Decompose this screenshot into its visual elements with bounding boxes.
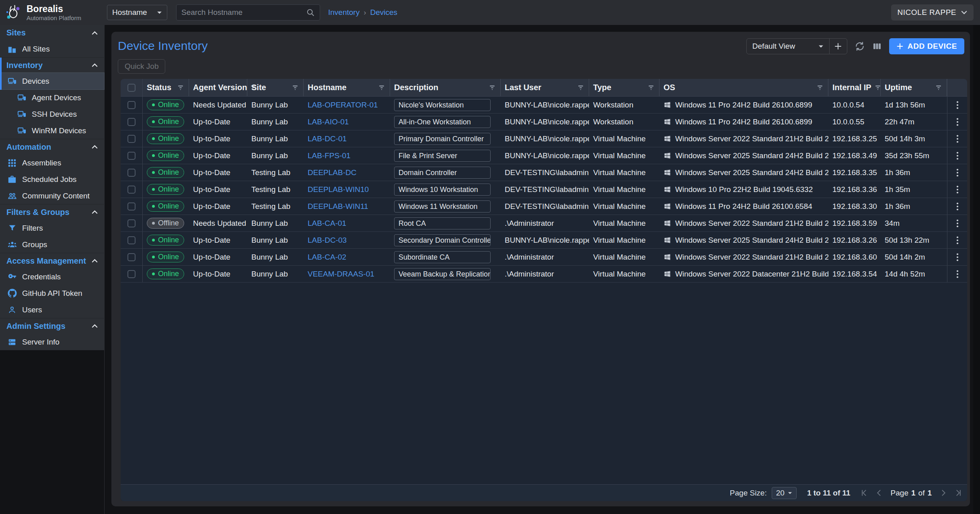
sidebar-section-sites[interactable]: Sites <box>0 25 104 41</box>
column-header-internal_ip[interactable]: Internal IP <box>828 79 881 96</box>
breadcrumb-inventory[interactable]: Inventory <box>328 8 360 17</box>
filter-icon[interactable] <box>292 85 298 91</box>
hostname-link[interactable]: DEEPLAB-WIN11 <box>308 202 368 211</box>
hostname-link[interactable]: LAB-CA-01 <box>308 219 346 228</box>
breadcrumb-devices[interactable]: Devices <box>370 8 397 17</box>
sidebar-item-filters[interactable]: Filters <box>0 220 104 236</box>
hostname-link[interactable]: LAB-OPERATOR-01 <box>308 101 378 109</box>
sidebar-section-automation[interactable]: Automation <box>0 139 104 155</box>
hostname-link[interactable]: DEEPLAB-DC <box>308 168 356 177</box>
filter-icon[interactable] <box>577 85 584 91</box>
sidebar-item-server-info[interactable]: Server Info <box>0 334 104 350</box>
search-input[interactable]: Search Hostname <box>176 4 320 21</box>
next-page-icon[interactable] <box>940 489 947 496</box>
filter-icon[interactable] <box>648 85 654 91</box>
description-field[interactable]: Domain Controller <box>394 167 491 179</box>
row-actions-kebab-icon[interactable] <box>956 235 959 245</box>
add-view-button[interactable] <box>829 39 847 54</box>
sidebar-item-agent-devices[interactable]: Agent Devices <box>0 89 104 106</box>
sidebar-item-github-api-token[interactable]: GitHub API Token <box>0 285 104 301</box>
column-header-site[interactable]: Site <box>247 79 304 96</box>
column-header-status[interactable]: Status <box>143 79 189 96</box>
filter-icon[interactable] <box>875 85 881 91</box>
sidebar-item-community-content[interactable]: Community Content <box>0 188 104 204</box>
description-field[interactable]: All-in-One Workstation <box>394 116 491 128</box>
view-selector[interactable]: Default View <box>747 39 829 54</box>
row-checkbox[interactable] <box>127 186 136 194</box>
sidebar-item-all-sites[interactable]: All Sites <box>0 41 104 57</box>
row-checkbox[interactable] <box>127 101 136 109</box>
search-field-selector[interactable]: Hostname <box>107 5 167 20</box>
row-actions-kebab-icon[interactable] <box>956 269 959 279</box>
row-actions-kebab-icon[interactable] <box>956 151 959 161</box>
user-menu-button[interactable]: NICOLE RAPPE <box>891 4 974 21</box>
row-actions-kebab-icon[interactable] <box>956 100 959 110</box>
hostname-link[interactable]: DEEPLAB-WIN10 <box>308 185 369 194</box>
first-page-icon[interactable] <box>861 489 868 496</box>
sidebar-section-access-management[interactable]: Access Management <box>0 253 104 268</box>
sidebar-item-assemblies[interactable]: Assemblies <box>0 155 104 171</box>
description-field[interactable]: Windows 10 Workstation <box>394 184 491 196</box>
column-header-os[interactable]: OS <box>659 79 828 96</box>
description-field[interactable]: Veeam Backup & Replication Ser ... <box>394 268 491 280</box>
sidebar-item-winrm-devices[interactable]: WinRM Devices <box>0 122 104 139</box>
row-checkbox[interactable] <box>127 236 136 244</box>
description-field[interactable]: Root CA <box>394 217 491 229</box>
sidebar-section-admin-settings[interactable]: Admin Settings <box>0 318 104 334</box>
sidebar-item-groups[interactable]: Groups <box>0 236 104 253</box>
row-checkbox[interactable] <box>127 219 136 227</box>
row-actions-kebab-icon[interactable] <box>956 185 959 194</box>
hostname-link[interactable]: LAB-CA-02 <box>308 253 346 262</box>
row-actions-kebab-icon[interactable] <box>956 252 959 262</box>
row-actions-kebab-icon[interactable] <box>956 168 959 178</box>
row-actions-kebab-icon[interactable] <box>956 117 959 127</box>
sidebar-item-ssh-devices[interactable]: SSH Devices <box>0 106 104 122</box>
filter-icon[interactable] <box>177 85 184 91</box>
column-header-hostname[interactable]: Hostname <box>304 79 390 96</box>
filter-icon[interactable] <box>489 85 495 91</box>
quick-job-button[interactable]: Quick Job <box>118 59 165 74</box>
filter-icon[interactable] <box>378 85 385 91</box>
column-settings-icon[interactable] <box>872 41 882 51</box>
sidebar-section-filters-groups[interactable]: Filters & Groups <box>0 204 104 220</box>
row-checkbox[interactable] <box>127 202 136 211</box>
description-field[interactable]: Primary Domain Controller <box>394 133 491 145</box>
hostname-link[interactable]: LAB-DC-03 <box>308 236 347 245</box>
description-field[interactable]: File & Print Server <box>394 150 491 162</box>
add-device-button[interactable]: ADD DEVICE <box>889 38 964 54</box>
row-actions-kebab-icon[interactable] <box>956 134 959 144</box>
row-checkbox[interactable] <box>127 135 136 143</box>
row-checkbox[interactable] <box>127 270 136 278</box>
sidebar-item-credentials[interactable]: Credentials <box>0 268 104 285</box>
column-header-last_user[interactable]: Last User <box>501 79 589 96</box>
search-icon[interactable] <box>306 8 315 17</box>
hostname-link[interactable]: LAB-FPS-01 <box>308 151 351 160</box>
row-checkbox[interactable] <box>127 118 136 126</box>
description-field[interactable]: Nicole's Workstation <box>394 99 491 111</box>
refresh-icon[interactable] <box>855 41 865 52</box>
column-header-description[interactable]: Description <box>390 79 501 96</box>
hostname-link[interactable]: LAB-AIO-01 <box>308 118 349 126</box>
row-actions-kebab-icon[interactable] <box>956 202 959 211</box>
last-page-icon[interactable] <box>955 489 962 496</box>
filter-icon[interactable] <box>817 85 823 91</box>
column-header-agent_version[interactable]: Agent Version <box>189 79 247 96</box>
row-checkbox[interactable] <box>127 152 136 160</box>
hostname-link[interactable]: LAB-DC-01 <box>308 134 347 143</box>
description-field[interactable]: Secondary Domain Controller <box>394 234 491 246</box>
previous-page-icon[interactable] <box>876 489 883 496</box>
column-header-uptime[interactable]: Uptime <box>881 79 947 96</box>
sidebar-section-inventory[interactable]: Inventory <box>0 57 104 73</box>
row-checkbox[interactable] <box>127 169 136 177</box>
page-size-select[interactable]: 20 <box>772 487 797 499</box>
sidebar-item-scheduled-jobs[interactable]: Scheduled Jobs <box>0 171 104 188</box>
page-scrollbar-gutter[interactable] <box>973 25 980 514</box>
row-actions-kebab-icon[interactable] <box>956 219 959 228</box>
column-header-type[interactable]: Type <box>589 79 659 96</box>
sidebar-item-users[interactable]: Users <box>0 301 104 318</box>
description-field[interactable]: Subordinate CA <box>394 251 491 263</box>
filter-icon[interactable] <box>935 85 942 91</box>
sidebar-item-devices[interactable]: Devices <box>0 73 104 89</box>
hostname-link[interactable]: VEEAM-DRAAS-01 <box>308 270 374 279</box>
select-all-checkbox[interactable] <box>127 84 136 92</box>
